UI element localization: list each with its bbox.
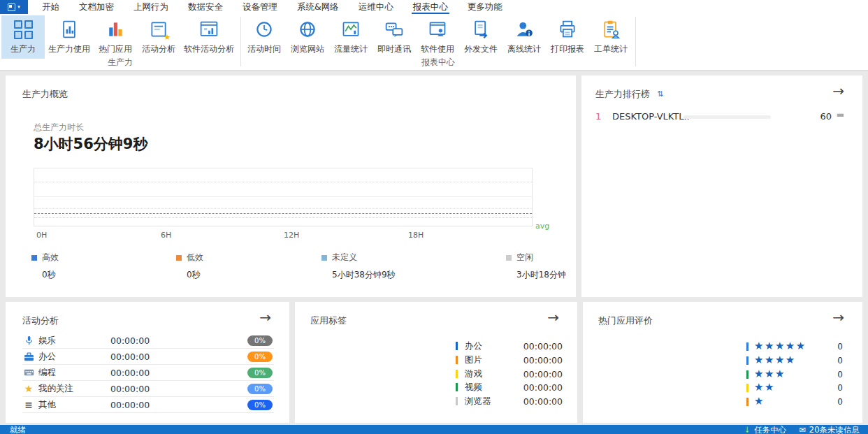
menu-item-system-network[interactable]: 系统&网络: [287, 0, 349, 14]
menu-item-data-security[interactable]: 数据安全: [178, 0, 233, 14]
menu-item-more[interactable]: 更多功能: [458, 0, 512, 14]
device-name: DESKTOP-VLKTL...: [612, 111, 689, 122]
ribbon-button-ticket-stats[interactable]: 工单统计: [589, 15, 632, 59]
tag-time: 00:00:00: [456, 341, 563, 352]
legend-swatch: [31, 255, 37, 261]
legend-item-idle: 空闲 3小时18分钟: [506, 252, 566, 281]
rating-swatch: [746, 398, 748, 406]
panel-title: 生产力概览: [22, 88, 68, 101]
ribbon-button-traffic-stats[interactable]: 流量统计: [329, 15, 372, 59]
total-productivity-value: 8小时56分钟9秒: [34, 134, 147, 154]
menu-item-ops-center[interactable]: 运维中心: [349, 0, 403, 14]
ribbon-button-offline-stats[interactable]: 离线统计: [502, 15, 546, 59]
open-arrow-icon[interactable]: →: [259, 309, 271, 326]
rating-count: 0: [837, 342, 843, 352]
rating-row-1-star: ★: [746, 396, 765, 407]
ribbon-divider: [635, 17, 636, 66]
stars: ★★★★★: [754, 341, 806, 352]
task-center-button[interactable]: ↓ 任务中心: [744, 425, 787, 434]
rating-row-4-stars: ★★★★: [746, 354, 796, 366]
x-tick: 12H: [284, 231, 299, 240]
microphone-icon: [22, 335, 35, 346]
sort-icon[interactable]: ⇅: [657, 89, 663, 99]
ribbon-button-productivity-usage[interactable]: 生产力使用: [45, 15, 94, 59]
activity-list: 娱乐 00:00:00 0% 办公 00:00:00 0% 编程 00:00:0…: [22, 333, 274, 413]
app-menu-button[interactable]: ▾: [0, 0, 28, 14]
menu-item-start[interactable]: 开始: [32, 0, 69, 14]
activity-row-programming: 编程 00:00:00 0%: [22, 365, 274, 381]
menu-item-web-behavior[interactable]: 上网行为: [124, 0, 178, 14]
productivity-timeline-chart: [34, 168, 533, 226]
stars: ★★: [754, 382, 775, 393]
ribbon-group-report-center: 活动时间 浏览网站 流量统计 即时通讯 软件使用: [241, 14, 635, 70]
ribbon-button-software-usage[interactable]: 软件使用: [416, 15, 459, 59]
globe-icon: [298, 17, 317, 42]
panel-title: 热门应用评价: [598, 314, 653, 327]
top-menu-bar: ▾ 开始 文档加密 上网行为 数据安全 设备管理 系统&网络 运维中心 报表中心…: [0, 0, 868, 14]
rating-swatch: [746, 342, 748, 351]
gridline: [34, 208, 532, 209]
doc-star-icon: ★: [149, 17, 168, 42]
list-icon: ≡: [22, 400, 35, 410]
status-bar: 就绪 ↓ 任务中心 ✉ 20条未读信息: [0, 425, 868, 434]
caret-down-icon: ▾: [17, 5, 20, 10]
avg-line: [34, 213, 532, 214]
doc-bar-chart-icon: [59, 17, 79, 42]
ribbon-button-print-report[interactable]: 打印报表: [546, 15, 589, 59]
ribbon-button-hot-apps[interactable]: 热门应用: [94, 15, 137, 59]
menu-item-device-mgmt[interactable]: 设备管理: [233, 0, 287, 14]
rating-swatch: [746, 356, 748, 365]
open-arrow-icon[interactable]: →: [832, 82, 844, 99]
threshold-line: [34, 217, 532, 218]
unread-messages-button[interactable]: ✉ 20条未读信息: [799, 425, 860, 434]
ranking-row[interactable]: 1 DESKTOP-VLKTL... 60 ▬: [581, 108, 862, 126]
chat-bubbles-icon: [384, 17, 405, 42]
activity-row-office: 办公 00:00:00 0%: [22, 349, 274, 365]
rating-row-2-stars: ★★: [746, 382, 775, 393]
stars: ★★★: [754, 369, 786, 379]
window-person-icon: [428, 17, 447, 42]
rating-swatch: [746, 384, 748, 392]
x-tick: 0H: [36, 231, 47, 240]
legend-swatch: [506, 255, 512, 261]
activity-row-entertainment: 娱乐 00:00:00 0%: [22, 333, 274, 349]
rating-swatch: [746, 370, 748, 379]
ribbon-toolbar: 生产力 生产力使用 热门应用 ★ 活动分析 软件活动分析: [0, 14, 868, 71]
ribbon-button-software-activity[interactable]: 软件活动分析: [180, 15, 238, 59]
activity-analysis-panel: 活动分析 → 娱乐 00:00:00 0% 办公 00:00:00 0% 编程 …: [6, 302, 289, 423]
open-arrow-icon[interactable]: →: [832, 309, 844, 326]
open-arrow-icon[interactable]: →: [547, 309, 559, 326]
productivity-grid-icon: [14, 17, 33, 42]
ribbon-button-instant-messaging[interactable]: 即时通讯: [372, 15, 416, 59]
rating-count: 0: [837, 383, 843, 393]
status-ready-text: 就绪: [10, 425, 26, 434]
x-tick: 6H: [161, 231, 171, 240]
rating-count: 0: [837, 370, 843, 379]
main-menu: 开始 文档加密 上网行为 数据安全 设备管理 系统&网络 运维中心 报表中心 更…: [32, 0, 512, 14]
activity-row-my-focus: ★ 我的关注 00:00:00 0%: [22, 381, 274, 397]
printer-icon: [558, 17, 577, 42]
ribbon-button-productivity[interactable]: 生产力: [1, 15, 45, 59]
tag-time: 00:00:00: [456, 355, 563, 366]
percent-badge: 0%: [247, 352, 273, 362]
ribbon-button-activity-analysis[interactable]: ★ 活动分析: [137, 15, 180, 59]
legend-swatch: [176, 255, 182, 261]
ribbon-button-activity-time[interactable]: 活动时间: [243, 15, 286, 59]
menu-item-report-center[interactable]: 报表中心: [403, 0, 458, 14]
download-icon: ↓: [744, 425, 751, 434]
activity-row-other: ≡ 其他 00:00:00 0%: [22, 397, 274, 413]
menu-item-doc-encryption[interactable]: 文档加密: [69, 0, 124, 14]
panel-title: 生产力排行榜: [595, 88, 650, 101]
ribbon-button-browse-sites[interactable]: 浏览网站: [286, 15, 329, 59]
tag-time: 00:00:00: [456, 369, 563, 379]
panel-title: 活动分析: [22, 314, 59, 327]
avg-line-label: avg: [535, 222, 549, 231]
progress-bar: [683, 115, 771, 119]
app-tags-panel: 应用标签 → 办公 00:00:00 图片 00:00:00 游戏 00:00:…: [295, 302, 577, 423]
envelope-icon: ✉: [799, 425, 806, 434]
percent-badge: 0%: [247, 400, 273, 410]
ribbon-button-outgoing-files[interactable]: 外发文件: [459, 15, 502, 59]
tag-time: 00:00:00: [456, 396, 563, 407]
stars: ★★★★: [754, 355, 796, 366]
bars-icon: [106, 17, 125, 42]
